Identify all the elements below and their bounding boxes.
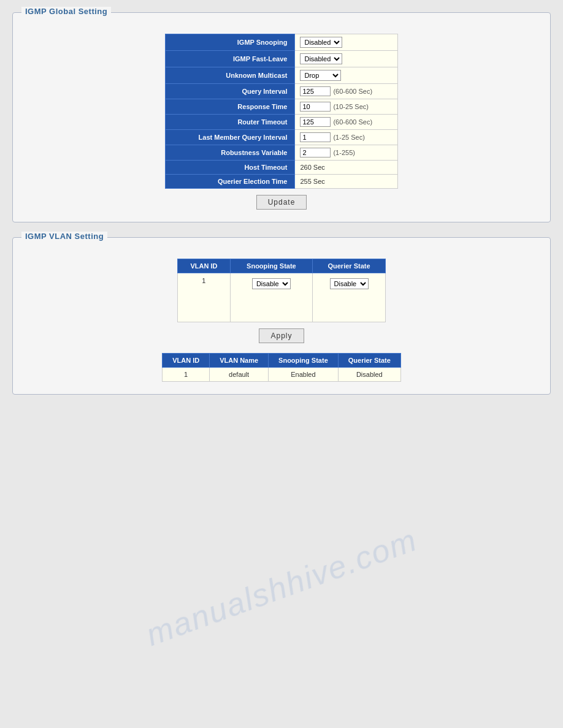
vlan-table-header: Snooping State bbox=[269, 354, 339, 368]
snooping-state-select[interactable]: DisableEnable bbox=[252, 278, 291, 289]
vlan-setting-area: VLAN ID Snooping State Querier State 1 D… bbox=[177, 259, 386, 322]
range-hint: (60-600 Sec) bbox=[333, 118, 372, 126]
vlan-table-header: VLAN ID bbox=[163, 354, 210, 368]
global-field-value[interactable]: (60-600 Sec) bbox=[295, 115, 398, 130]
global-field-label: Host Timeout bbox=[166, 161, 295, 175]
global-field-value[interactable]: (60-600 Sec) bbox=[295, 84, 398, 99]
snooping-state-cell: DisableEnable bbox=[230, 273, 312, 322]
vlan-table-row: 1defaultEnabledDisabled bbox=[163, 368, 401, 382]
vlan-id-cell: 1 bbox=[178, 273, 231, 322]
global-field-input[interactable] bbox=[300, 148, 331, 157]
global-field-label: Response Time bbox=[166, 99, 295, 115]
global-field-label: Robustness Variable bbox=[166, 145, 295, 161]
vlan-table-cell: Enabled bbox=[269, 368, 339, 382]
global-field-value: 255 Sec bbox=[295, 175, 398, 189]
global-field-value[interactable]: DisabledEnabled bbox=[295, 51, 398, 67]
global-field-value[interactable]: (1-255) bbox=[295, 145, 398, 161]
global-field-input[interactable] bbox=[300, 117, 331, 127]
global-field-value[interactable]: (1-25 Sec) bbox=[295, 130, 398, 145]
global-field-input[interactable] bbox=[300, 132, 331, 142]
igmp-vlan-setting-title: IGMP VLAN Setting bbox=[21, 232, 107, 241]
global-field-select[interactable]: DisabledEnabled bbox=[300, 53, 342, 64]
querier-state-header: Querier State bbox=[313, 259, 386, 273]
vlan-table-cell: Disabled bbox=[338, 368, 400, 382]
vlan-id-value: 1 bbox=[202, 277, 205, 284]
vlan-top-table: VLAN ID Snooping State Querier State 1 D… bbox=[177, 259, 386, 322]
global-field-value[interactable]: DisabledEnabled bbox=[295, 34, 398, 51]
update-button[interactable]: Update bbox=[256, 195, 307, 210]
global-field-label: IGMP Snooping bbox=[166, 34, 295, 51]
global-field-select[interactable]: DisabledEnabled bbox=[300, 37, 342, 48]
global-field-label: Unknown Multicast bbox=[166, 67, 295, 84]
range-hint: (1-25 Sec) bbox=[333, 134, 364, 141]
global-field-label: IGMP Fast-Leave bbox=[166, 51, 295, 67]
range-hint: (1-255) bbox=[333, 149, 354, 156]
static-value: 255 Sec bbox=[300, 178, 324, 185]
igmp-vlan-setting-section: IGMP VLAN Setting VLAN ID Snooping State… bbox=[12, 237, 551, 395]
vlan-table-cell: default bbox=[210, 368, 269, 382]
apply-button[interactable]: Apply bbox=[259, 328, 304, 343]
global-settings-table: IGMP SnoopingDisabledEnabledIGMP Fast-Le… bbox=[165, 34, 398, 189]
vlan-bottom-table: VLAN IDVLAN NameSnooping StateQuerier St… bbox=[162, 353, 401, 382]
update-row: Update bbox=[25, 195, 538, 210]
global-field-select[interactable]: DropForward bbox=[300, 70, 341, 81]
global-field-input[interactable] bbox=[300, 86, 331, 96]
igmp-global-setting-title: IGMP Global Setting bbox=[21, 7, 111, 16]
vlan-table-header: VLAN Name bbox=[210, 354, 269, 368]
global-field-label: Router Timeout bbox=[166, 115, 295, 130]
global-field-value[interactable]: (10-25 Sec) bbox=[295, 99, 398, 115]
apply-row: Apply bbox=[25, 328, 538, 343]
global-field-label: Last Member Query Interval bbox=[166, 130, 295, 145]
querier-state-select[interactable]: DisableEnable bbox=[330, 278, 369, 289]
igmp-global-setting-section: IGMP Global Setting IGMP SnoopingDisable… bbox=[12, 12, 551, 222]
range-hint: (60-600 Sec) bbox=[333, 88, 372, 95]
vlan-id-header: VLAN ID bbox=[178, 259, 231, 273]
snooping-state-header: Snooping State bbox=[230, 259, 312, 273]
global-field-value: 260 Sec bbox=[295, 161, 398, 175]
vlan-table-header: Querier State bbox=[338, 354, 400, 368]
querier-state-cell: DisableEnable bbox=[313, 273, 386, 322]
static-value: 260 Sec bbox=[300, 164, 324, 171]
global-field-label: Querier Election Time bbox=[166, 175, 295, 189]
global-field-input[interactable] bbox=[300, 102, 331, 112]
global-field-label: Query Interval bbox=[166, 84, 295, 99]
vlan-table-cell: 1 bbox=[163, 368, 210, 382]
global-field-value[interactable]: DropForward bbox=[295, 67, 398, 84]
range-hint: (10-25 Sec) bbox=[333, 103, 368, 110]
